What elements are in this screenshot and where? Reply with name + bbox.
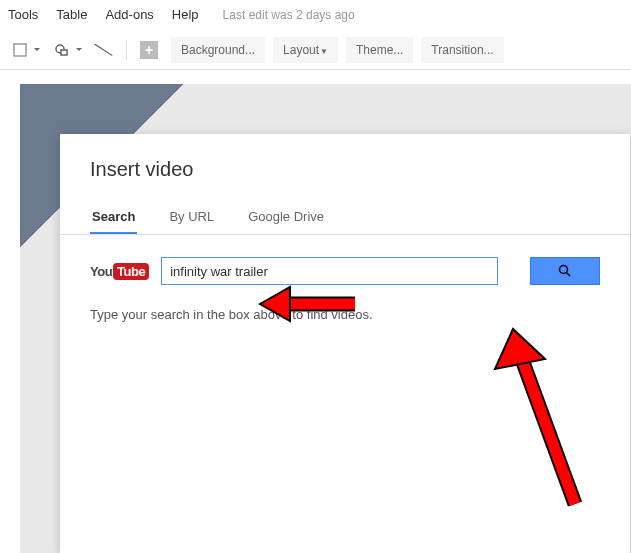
search-icon: [558, 264, 572, 278]
tab-search[interactable]: Search: [90, 201, 137, 234]
search-panel: YouTube Type your search in the box abov…: [60, 235, 630, 344]
toolbar: ╲ + Background... Layout▼ Theme... Trans…: [0, 30, 631, 70]
youtube-logo: YouTube: [90, 263, 149, 280]
separator: [126, 40, 127, 60]
menu-tools[interactable]: Tools: [8, 7, 38, 22]
theme-button[interactable]: Theme...: [346, 37, 413, 63]
search-hint: Type your search in the box above to fin…: [90, 307, 600, 322]
menu-help[interactable]: Help: [172, 7, 199, 22]
tab-by-url[interactable]: By URL: [167, 201, 216, 234]
search-row: YouTube: [90, 257, 600, 285]
svg-line-4: [567, 273, 571, 277]
search-button[interactable]: [530, 257, 600, 285]
background-button[interactable]: Background...: [171, 37, 265, 63]
canvas-area: Insert video Search By URL Google Drive …: [0, 70, 631, 553]
transition-button[interactable]: Transition...: [421, 37, 503, 63]
menu-bar: Tools Table Add-ons Help Last edit was 2…: [0, 0, 631, 30]
add-box-icon[interactable]: +: [135, 36, 163, 64]
svg-rect-2: [61, 50, 67, 55]
svg-rect-0: [14, 44, 26, 56]
svg-point-3: [560, 266, 568, 274]
insert-video-modal: Insert video Search By URL Google Drive …: [60, 134, 630, 553]
modal-tabs: Search By URL Google Drive: [60, 201, 630, 235]
modal-title: Insert video: [60, 134, 630, 201]
search-input[interactable]: [161, 257, 498, 285]
tab-google-drive[interactable]: Google Drive: [246, 201, 326, 234]
menu-addons[interactable]: Add-ons: [105, 7, 153, 22]
line-icon[interactable]: ╲: [90, 36, 118, 64]
last-edit-info: Last edit was 2 days ago: [223, 8, 355, 22]
menu-table[interactable]: Table: [56, 7, 87, 22]
slide-background: Insert video Search By URL Google Drive …: [20, 84, 631, 553]
shapes-icon[interactable]: [48, 36, 76, 64]
layout-button[interactable]: Layout▼: [273, 37, 338, 63]
shape-dropdown-icon[interactable]: [6, 36, 34, 64]
